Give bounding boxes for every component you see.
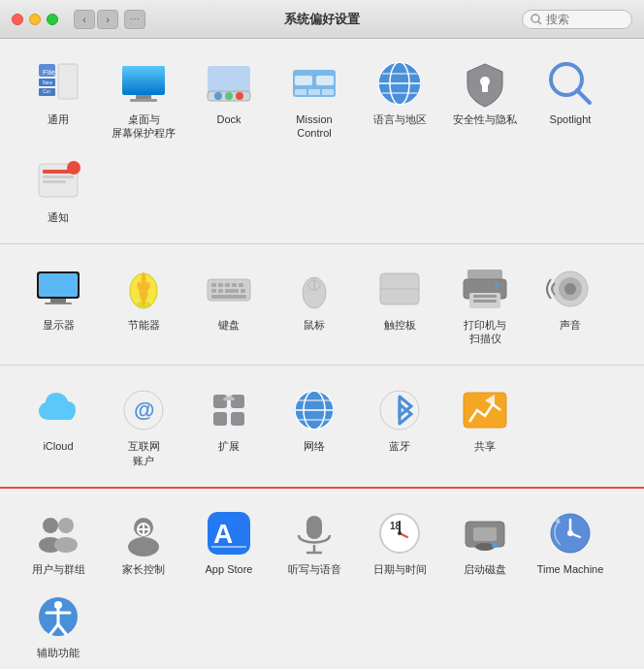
item-printer[interactable]: 打印机与 扫描仪 <box>442 256 528 354</box>
display-icon <box>33 264 83 314</box>
timemachine-label: Time Machine <box>537 562 604 576</box>
svg-text:A: A <box>213 519 233 549</box>
svg-rect-98 <box>306 516 322 539</box>
item-spotlight[interactable]: Spotlight <box>528 50 613 148</box>
svg-rect-48 <box>225 283 230 287</box>
grid-button[interactable]: ⋯ <box>124 10 145 29</box>
svg-rect-11 <box>136 95 151 99</box>
item-desktop[interactable]: 桌面与 屏幕保护程序 <box>101 50 186 148</box>
item-keyboard[interactable]: 键盘 <box>186 256 272 354</box>
svg-point-107 <box>475 543 495 551</box>
svg-text:File: File <box>43 68 55 77</box>
svg-point-89 <box>54 537 78 553</box>
titlebar-left: ‹ › ⋯ <box>12 10 145 29</box>
dictation-icon <box>289 508 339 558</box>
svg-rect-47 <box>218 283 223 287</box>
svg-rect-64 <box>473 295 497 298</box>
trackpad-icon <box>374 264 425 314</box>
section-system: 用户与群组 家长控制 <box>0 489 644 669</box>
svg-rect-108 <box>473 527 497 541</box>
item-sharing[interactable]: 共享 <box>442 377 528 475</box>
item-dock[interactable]: Dock <box>186 50 272 148</box>
svg-text:Cur: Cur <box>43 88 50 94</box>
svg-rect-19 <box>295 76 312 85</box>
accessibility-icon <box>33 591 83 642</box>
svg-rect-52 <box>218 289 223 293</box>
item-parental[interactable]: 家长控制 <box>101 500 186 584</box>
item-appstore[interactable]: A App Store <box>186 500 272 584</box>
svg-rect-22 <box>308 89 320 95</box>
search-input[interactable] <box>546 13 624 26</box>
spotlight-icon <box>545 58 596 109</box>
desktop-icon <box>118 58 169 109</box>
item-notifications[interactable]: 通知 <box>16 148 101 232</box>
titlebar: ‹ › ⋯ 系统偏好设置 <box>0 0 644 39</box>
icloud-icon <box>33 385 83 435</box>
printer-icon <box>460 264 510 314</box>
item-display[interactable]: 显示器 <box>16 256 101 354</box>
svg-rect-31 <box>482 84 488 92</box>
svg-point-86 <box>43 518 58 533</box>
trackpad-label: 触控板 <box>384 318 416 332</box>
item-mission[interactable]: Mission Control <box>272 50 357 148</box>
svg-rect-53 <box>225 289 239 293</box>
startup-icon <box>460 508 510 558</box>
users-icon <box>33 508 83 558</box>
svg-point-91 <box>128 537 159 557</box>
section-system-grid: 用户与群组 家长控制 <box>16 500 628 668</box>
language-label: 语言与地区 <box>373 112 427 126</box>
printer-label: 打印机与 扫描仪 <box>464 318 506 346</box>
item-mouse[interactable]: 鼠标 <box>272 256 357 354</box>
svg-rect-74 <box>213 412 227 426</box>
security-label: 安全性与隐私 <box>453 112 517 126</box>
svg-rect-8 <box>58 64 78 99</box>
item-security[interactable]: 安全性与隐私 <box>442 50 528 148</box>
section-personal-grid: File New Cur 通用 <box>16 50 628 232</box>
item-dictation[interactable]: 听写与语音 <box>272 500 357 584</box>
main-content: File New Cur 通用 <box>0 39 644 669</box>
svg-point-15 <box>214 92 222 100</box>
icloud-label: iCloud <box>43 439 73 453</box>
window-title: 系统偏好设置 <box>284 11 360 28</box>
item-bluetooth[interactable]: 蓝牙 <box>357 377 442 475</box>
item-trackpad[interactable]: 触控板 <box>357 256 442 354</box>
svg-rect-75 <box>231 412 244 426</box>
item-internet[interactable]: @ 互联网 账户 <box>101 377 186 475</box>
svg-point-16 <box>225 92 233 100</box>
svg-rect-55 <box>211 295 246 299</box>
search-box[interactable] <box>522 10 632 29</box>
notifications-label: 通知 <box>48 210 69 224</box>
item-sound[interactable]: 声音 <box>528 256 613 354</box>
minimize-button[interactable] <box>29 14 41 25</box>
svg-rect-23 <box>322 89 334 95</box>
svg-rect-41 <box>50 299 66 303</box>
item-accessibility[interactable]: 辅助功能 <box>16 584 101 667</box>
maximize-button[interactable] <box>47 14 58 25</box>
item-icloud[interactable]: iCloud <box>16 377 101 475</box>
dictation-label: 听写与语音 <box>288 562 341 576</box>
item-energy[interactable]: 节能器 <box>101 256 186 354</box>
svg-rect-51 <box>211 289 216 293</box>
item-general[interactable]: File New Cur 通用 <box>16 50 101 148</box>
svg-rect-40 <box>39 273 78 297</box>
svg-rect-49 <box>232 283 237 287</box>
appstore-label: App Store <box>206 562 253 576</box>
svg-rect-37 <box>43 180 66 183</box>
language-icon <box>374 58 425 109</box>
svg-text:@: @ <box>134 398 154 422</box>
item-startup[interactable]: 启动磁盘 <box>442 500 528 584</box>
item-users[interactable]: 用户与群组 <box>16 500 101 584</box>
svg-point-111 <box>567 530 573 536</box>
svg-rect-36 <box>43 175 74 178</box>
timemachine-icon <box>545 508 596 558</box>
item-datetime[interactable]: 18 日期与时间 <box>357 500 442 584</box>
forward-button[interactable]: › <box>97 10 118 29</box>
item-network[interactable]: 网络 <box>272 377 357 475</box>
item-timemachine[interactable]: Time Machine <box>528 500 613 584</box>
item-language[interactable]: 语言与地区 <box>357 50 442 148</box>
sound-icon <box>545 264 596 314</box>
item-extensions[interactable]: 扩展 <box>186 377 272 475</box>
svg-text:New: New <box>43 80 52 85</box>
close-button[interactable] <box>12 14 23 25</box>
back-button[interactable]: ‹ <box>74 10 95 29</box>
